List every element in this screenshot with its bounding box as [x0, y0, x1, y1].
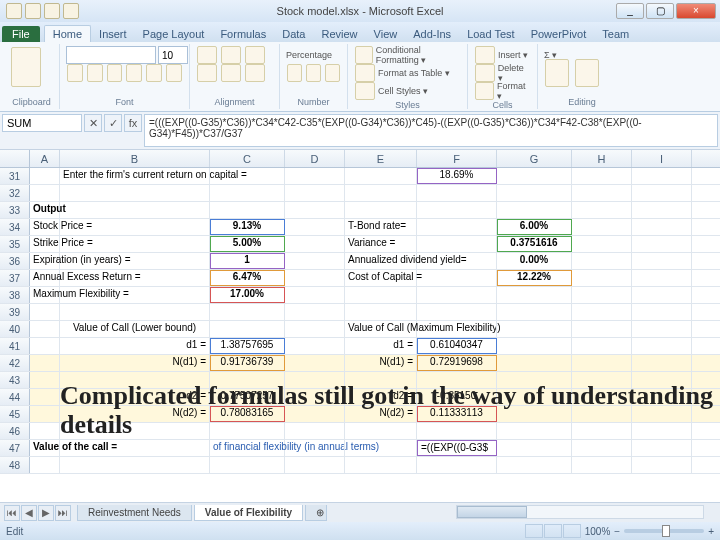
- delete-cells-button[interactable]: Delete ▾: [498, 63, 531, 83]
- italic-button[interactable]: [87, 64, 103, 82]
- cell-C47[interactable]: of financial flexibility (in annual term…: [210, 440, 285, 456]
- percent-icon[interactable]: [306, 64, 321, 82]
- cell-C37[interactable]: 6.47%: [210, 270, 285, 286]
- row-46[interactable]: 46: [0, 423, 30, 439]
- sheet-first-button[interactable]: ⏮: [4, 505, 20, 521]
- zoom-slider[interactable]: [624, 529, 704, 533]
- col-D[interactable]: D: [285, 150, 345, 167]
- cell-F31[interactable]: 18.69%: [417, 168, 497, 184]
- cell-G35[interactable]: 0.3751616: [497, 236, 572, 252]
- col-B[interactable]: B: [60, 150, 210, 167]
- border-button[interactable]: [126, 64, 142, 82]
- col-F[interactable]: F: [417, 150, 497, 167]
- currency-icon[interactable]: [287, 64, 302, 82]
- row-38[interactable]: 38: [0, 287, 30, 303]
- font-name-input[interactable]: [66, 46, 156, 64]
- cell-styles-button[interactable]: Cell Styles ▾: [378, 86, 428, 96]
- cell-F41[interactable]: 0.61040347: [417, 338, 497, 354]
- font-size-input[interactable]: [158, 46, 188, 64]
- cell-C36[interactable]: 1: [210, 253, 285, 269]
- col-A[interactable]: A: [30, 150, 60, 167]
- cell-A33[interactable]: Output: [30, 202, 60, 218]
- row-37[interactable]: 37: [0, 270, 30, 286]
- cell-G34[interactable]: 6.00%: [497, 219, 572, 235]
- select-all-corner[interactable]: [0, 150, 30, 167]
- tab-page-layout[interactable]: Page Layout: [135, 26, 213, 42]
- sheet-next-button[interactable]: ▶: [38, 505, 54, 521]
- cell-C34[interactable]: 9.13%: [210, 219, 285, 235]
- sheet-tab-flexibility[interactable]: Value of Flexibility: [194, 505, 303, 521]
- fmt-table-button[interactable]: Format as Table ▾: [378, 68, 450, 78]
- tab-home[interactable]: Home: [44, 25, 91, 42]
- cell-C44[interactable]: 0.77507257: [210, 389, 285, 405]
- cell-styles-icon[interactable]: [355, 82, 375, 100]
- enter-formula-button[interactable]: ✓: [104, 114, 122, 132]
- row-33[interactable]: 33: [0, 202, 30, 218]
- cell-E35[interactable]: Variance =: [345, 236, 417, 252]
- scroll-thumb[interactable]: [457, 506, 527, 518]
- row-45[interactable]: 45: [0, 406, 30, 422]
- close-button[interactable]: ×: [676, 3, 716, 19]
- cell-G36[interactable]: 0.00%: [497, 253, 572, 269]
- cell-A38[interactable]: Maximum Flexibility =: [30, 287, 60, 303]
- cond-fmt-button[interactable]: Conditional Formatting ▾: [376, 45, 461, 65]
- align-bottom-icon[interactable]: [245, 46, 265, 64]
- sheet-prev-button[interactable]: ◀: [21, 505, 37, 521]
- col-C[interactable]: C: [210, 150, 285, 167]
- tab-team[interactable]: Team: [594, 26, 637, 42]
- row-42[interactable]: 42: [0, 355, 30, 371]
- file-tab[interactable]: File: [2, 26, 40, 42]
- cell-A47[interactable]: Value of the call =: [30, 440, 60, 456]
- row-32[interactable]: 32: [0, 185, 30, 201]
- row-41[interactable]: 41: [0, 338, 30, 354]
- row-31[interactable]: 31: [0, 168, 30, 184]
- cell-B44[interactable]: d2 =: [60, 389, 210, 405]
- tab-view[interactable]: View: [366, 26, 406, 42]
- tab-formulas[interactable]: Formulas: [212, 26, 274, 42]
- zoom-out-button[interactable]: −: [614, 526, 620, 537]
- cell-B41[interactable]: d1 =: [60, 338, 210, 354]
- row-44[interactable]: 44: [0, 389, 30, 405]
- sort-filter-button[interactable]: [545, 59, 569, 87]
- cell-A34[interactable]: Stock Price =: [30, 219, 60, 235]
- col-G[interactable]: G: [497, 150, 572, 167]
- cell-C42[interactable]: 0.91736739: [210, 355, 285, 371]
- sheet-last-button[interactable]: ⏭: [55, 505, 71, 521]
- maximize-button[interactable]: ▢: [646, 3, 674, 19]
- cell-E45[interactable]: N(d2) =: [345, 406, 417, 422]
- cell-B31[interactable]: Enter the firm's current return on capit…: [60, 168, 210, 184]
- paste-button[interactable]: [11, 47, 41, 87]
- delete-cells-icon[interactable]: [475, 64, 495, 82]
- comma-icon[interactable]: [325, 64, 340, 82]
- sheet-tab-reinvestment[interactable]: Reinvestment Needs: [77, 505, 192, 521]
- row-48[interactable]: 48: [0, 457, 30, 473]
- align-right-icon[interactable]: [245, 64, 265, 82]
- underline-button[interactable]: [107, 64, 123, 82]
- col-I[interactable]: I: [632, 150, 692, 167]
- insert-cells-button[interactable]: Insert ▾: [498, 50, 528, 60]
- row-35[interactable]: 35: [0, 236, 30, 252]
- font-color-button[interactable]: [166, 64, 182, 82]
- tab-powerpivot[interactable]: PowerPivot: [523, 26, 595, 42]
- grid[interactable]: 31Enter the firm's current return on cap…: [0, 168, 720, 474]
- cell-F42[interactable]: 0.72919698: [417, 355, 497, 371]
- fx-button[interactable]: fx: [124, 114, 142, 132]
- cell-F47[interactable]: =((EXP((0-G3$: [417, 440, 497, 456]
- format-cells-button[interactable]: Format ▾: [497, 81, 531, 101]
- format-cells-icon[interactable]: [475, 82, 494, 100]
- undo-icon[interactable]: [44, 3, 60, 19]
- align-middle-icon[interactable]: [221, 46, 241, 64]
- page-layout-view-button[interactable]: [544, 524, 562, 538]
- row-34[interactable]: 34: [0, 219, 30, 235]
- align-left-icon[interactable]: [197, 64, 217, 82]
- save-icon[interactable]: [25, 3, 41, 19]
- zoom-in-button[interactable]: +: [708, 526, 714, 537]
- cell-E34[interactable]: T-Bond rate=: [345, 219, 417, 235]
- tab-review[interactable]: Review: [313, 26, 365, 42]
- cell-A37[interactable]: Annual Excess Return =: [30, 270, 60, 286]
- cell-E40[interactable]: Value of Call (Maximum Flexibility): [345, 321, 417, 337]
- cell-C35[interactable]: 5.00%: [210, 236, 285, 252]
- cell-C45[interactable]: 0.78083165: [210, 406, 285, 422]
- name-box[interactable]: [2, 114, 82, 132]
- cell-C38[interactable]: 17.00%: [210, 287, 285, 303]
